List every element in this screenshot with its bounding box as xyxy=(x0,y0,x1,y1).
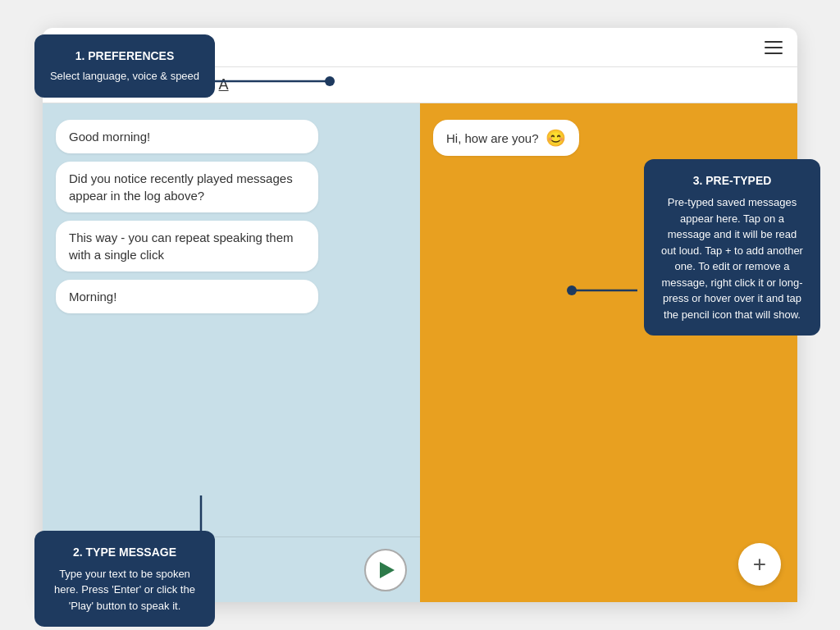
pretyped-text-1: Hi, how are you? xyxy=(446,131,539,145)
chat-message-1[interactable]: Good morning! xyxy=(56,120,318,153)
hamburger-menu[interactable] xyxy=(765,41,783,54)
smiley-icon: 😊 xyxy=(546,128,566,148)
chat-message-3[interactable]: This way - you can repeat speaking them … xyxy=(56,221,318,272)
play-triangle-icon xyxy=(380,562,395,578)
font-size-icon[interactable]: A xyxy=(219,76,229,94)
tooltip-pretyped: 3. PRE-TYPED Pre-typed saved messages ap… xyxy=(644,159,820,336)
tooltip-type-body: Type your text to be spoken here. Press … xyxy=(49,566,200,614)
chat-message-4[interactable]: Morning! xyxy=(56,280,318,313)
chat-panel: Good morning! Did you notice recently pl… xyxy=(43,103,420,602)
pretyped-message-1[interactable]: Hi, how are you? 😊 xyxy=(433,120,579,156)
tooltip-preferences-title: 1. PREFERENCES xyxy=(49,48,200,65)
tooltip-preferences: 1. PREFERENCES Select language, voice & … xyxy=(34,34,215,98)
tooltip-type-message: 2. TYPE MESSAGE Type your text to be spo… xyxy=(34,531,215,628)
tooltip-pretyped-title: 3. PRE-TYPED xyxy=(659,172,806,189)
tooltip-preferences-subtitle: Select language, voice & speed xyxy=(49,68,200,84)
app-container: 🇺🇸 Samantha 👤 ▼ X1.1 A Good morning! Did… xyxy=(43,28,797,602)
chat-message-2[interactable]: Did you notice recently played messages … xyxy=(56,162,318,212)
add-pretyped-button[interactable]: + xyxy=(738,543,781,586)
play-button[interactable] xyxy=(364,549,407,591)
tooltip-pretyped-body: Pre-typed saved messages appear here. Ta… xyxy=(659,194,806,322)
tooltip-type-title: 2. TYPE MESSAGE xyxy=(49,544,200,561)
